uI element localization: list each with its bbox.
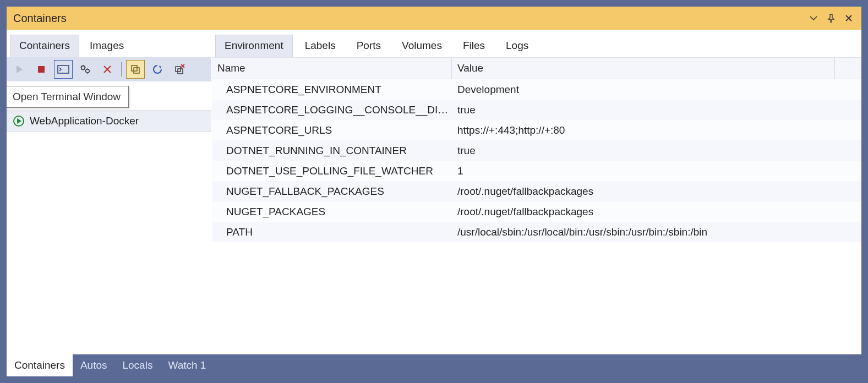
left-top-tabs: Containers Images	[7, 30, 211, 57]
table-row[interactable]: ASPNETCORE_ENVIRONMENTDevelopment	[212, 79, 861, 100]
panel-titlebar: Containers	[7, 7, 861, 30]
table-row[interactable]: DOTNET_USE_POLLING_FILE_WATCHER1	[212, 161, 861, 181]
refresh-button[interactable]	[148, 60, 167, 79]
container-list: WebApplication-Docker	[7, 81, 211, 354]
env-value: /root/.nuget/fallbackpackages	[452, 206, 861, 218]
close-icon[interactable]	[843, 12, 855, 24]
left-pane: Containers Images	[7, 30, 212, 354]
containers-toolbar: Open Terminal Window	[7, 57, 211, 81]
pin-icon[interactable]	[825, 12, 837, 24]
env-name: PATH	[212, 226, 452, 238]
env-value: true	[452, 104, 861, 116]
env-name: NUGET_FALLBACK_PACKAGES	[212, 185, 452, 198]
window-options-dropdown-icon[interactable]	[807, 12, 820, 24]
svg-rect-0	[38, 66, 45, 73]
svg-point-3	[86, 69, 89, 73]
detail-tabs: Environment Labels Ports Volumes Files L…	[212, 30, 861, 57]
panel-title: Containers	[13, 12, 67, 25]
table-row[interactable]: ASPNETCORE_URLShttps://+:443;http://+:80	[212, 120, 861, 140]
bottom-tab-watch1[interactable]: Watch 1	[160, 354, 214, 376]
running-icon	[13, 116, 24, 127]
env-name: ASPNETCORE_URLS	[212, 124, 452, 136]
env-value: /root/.nuget/fallbackpackages	[452, 185, 861, 198]
env-name: ASPNETCORE_LOGGING__CONSOLE__DISA...	[212, 104, 452, 116]
svg-rect-1	[58, 65, 69, 73]
prune-unused-button[interactable]	[170, 60, 189, 79]
svg-rect-4	[132, 65, 137, 71]
table-row[interactable]: NUGET_FALLBACK_PACKAGES/root/.nuget/fall…	[212, 181, 861, 201]
env-grid-header: Name Value	[212, 57, 861, 79]
tab-ports[interactable]: Ports	[348, 35, 390, 57]
stop-button[interactable]	[32, 60, 51, 79]
tab-logs[interactable]: Logs	[497, 35, 537, 57]
open-terminal-button[interactable]	[54, 60, 73, 79]
table-row[interactable]: ASPNETCORE_LOGGING__CONSOLE__DISA...true	[212, 100, 861, 120]
env-name: DOTNET_RUNNING_IN_CONTAINER	[212, 145, 452, 157]
table-row[interactable]: DOTNET_RUNNING_IN_CONTAINERtrue	[212, 140, 861, 161]
env-name: DOTNET_USE_POLLING_FILE_WATCHER	[212, 165, 452, 177]
env-name: ASPNETCORE_ENVIRONMENT	[212, 84, 452, 96]
remove-button[interactable]	[98, 60, 117, 79]
prune-button[interactable]	[126, 60, 145, 79]
bottom-tab-autos[interactable]: Autos	[73, 354, 115, 376]
env-value: 1	[452, 165, 861, 177]
toolbar-separator	[121, 62, 122, 76]
tooltip: Open Terminal Window	[7, 86, 129, 108]
env-grid-body: ASPNETCORE_ENVIRONMENTDevelopmentASPNETC…	[212, 79, 861, 354]
env-value: Development	[452, 84, 861, 96]
table-row[interactable]: NUGET_PACKAGES/root/.nuget/fallbackpacka…	[212, 201, 861, 222]
container-item[interactable]: WebApplication-Docker	[7, 110, 211, 132]
right-pane: Environment Labels Ports Volumes Files L…	[212, 30, 861, 354]
env-value: https://+:443;http://+:80	[452, 124, 861, 136]
settings-button[interactable]	[76, 60, 95, 79]
tab-volumes[interactable]: Volumes	[393, 35, 451, 57]
container-name: WebApplication-Docker	[30, 115, 139, 127]
start-button[interactable]	[10, 60, 29, 79]
env-name: NUGET_PACKAGES	[212, 206, 452, 218]
column-header-value[interactable]: Value	[452, 58, 835, 79]
tab-containers[interactable]: Containers	[10, 35, 79, 57]
tab-labels[interactable]: Labels	[296, 35, 345, 57]
tab-files[interactable]: Files	[454, 35, 494, 57]
bottom-tab-locals[interactable]: Locals	[114, 354, 160, 376]
env-value: /usr/local/sbin:/usr/local/bin:/usr/sbin…	[452, 226, 861, 238]
svg-rect-5	[134, 68, 139, 73]
bottom-tab-containers[interactable]: Containers	[7, 354, 73, 376]
table-row[interactable]: PATH/usr/local/sbin:/usr/local/bin:/usr/…	[212, 222, 861, 242]
column-header-name[interactable]: Name	[212, 58, 452, 79]
bottom-tool-window-tabs: Containers Autos Locals Watch 1	[7, 354, 861, 376]
env-value: true	[452, 145, 861, 157]
tab-environment[interactable]: Environment	[215, 35, 293, 57]
tab-images[interactable]: Images	[80, 35, 133, 57]
